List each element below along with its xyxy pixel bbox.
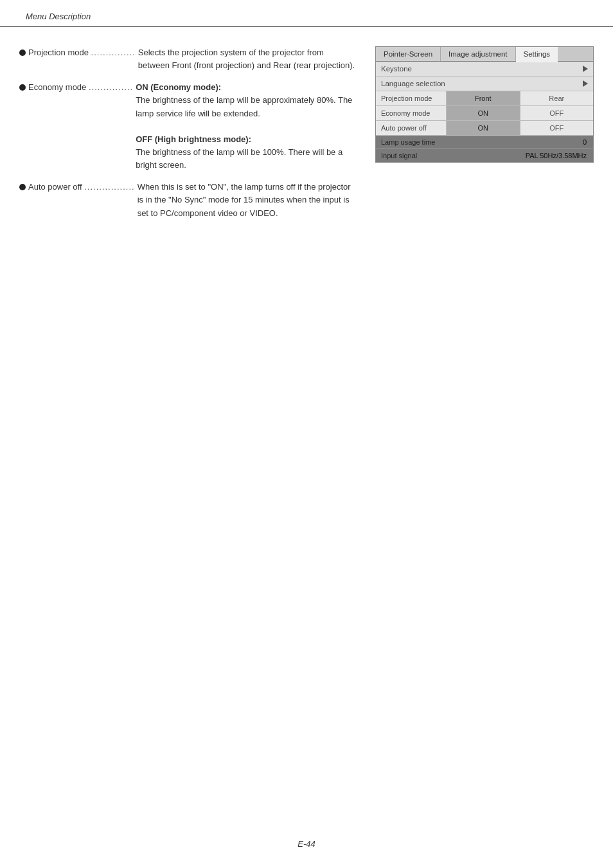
page-footer: E-44 bbox=[0, 839, 613, 849]
economy-options: ON OFF bbox=[447, 106, 593, 120]
off-brightness-label: OFF (High brightness mode): bbox=[136, 134, 251, 144]
main-content: Projection mode ............... Selects … bbox=[0, 40, 613, 235]
info-row-input-signal: Input signal PAL 50Hz/3.58MHz bbox=[376, 149, 593, 162]
page-header: Menu Description bbox=[0, 0, 613, 27]
keystone-label: Keystone bbox=[381, 65, 579, 73]
item-text-economy-mode: ON (Economy mode): The brightness of the… bbox=[136, 81, 356, 172]
setting-label-projection: Projection mode bbox=[376, 91, 447, 105]
bullet-col bbox=[19, 46, 28, 56]
setting-row-auto-power-off: Auto power off ON OFF bbox=[376, 121, 593, 136]
item-text-auto-power-off: When this is set to "ON", the lamp turns… bbox=[138, 181, 356, 219]
menu-row-keystone[interactable]: Keystone bbox=[376, 62, 593, 77]
item-label-economy-mode: Economy mode ............... bbox=[28, 81, 136, 94]
projection-options: Front Rear bbox=[447, 91, 593, 105]
tab-image-adjustment[interactable]: Image adjustment bbox=[441, 47, 515, 61]
page-number: E-44 bbox=[298, 839, 315, 849]
left-panel: Projection mode ............... Selects … bbox=[19, 46, 362, 229]
economy-on-option[interactable]: ON bbox=[447, 106, 520, 120]
language-arrow-icon bbox=[583, 80, 588, 87]
item-label-auto-power-off: Auto power off ................. bbox=[28, 181, 138, 194]
page-title: Menu Description bbox=[26, 12, 91, 21]
setting-row-projection-mode: Projection mode Front Rear bbox=[376, 91, 593, 106]
language-label: Language selection bbox=[381, 80, 579, 87]
right-panel: Pointer·Screen Image adjustment Settings… bbox=[375, 46, 594, 229]
lamp-usage-value: 0 bbox=[576, 136, 593, 149]
menu-row-language[interactable]: Language selection bbox=[376, 77, 593, 91]
info-row-lamp-usage: Lamp usage time 0 bbox=[376, 136, 593, 149]
auto-power-on-option[interactable]: ON bbox=[447, 121, 520, 135]
input-signal-label: Input signal bbox=[376, 149, 519, 162]
item-label-projection-mode: Projection mode ............... bbox=[28, 46, 138, 59]
input-signal-value: PAL 50Hz/3.58MHz bbox=[519, 149, 593, 162]
keystone-arrow-icon bbox=[583, 66, 588, 72]
item-economy-mode: Economy mode ............... ON (Economy… bbox=[19, 81, 356, 172]
bullet-col-3 bbox=[19, 181, 28, 190]
auto-power-off-option[interactable]: OFF bbox=[520, 121, 594, 135]
setting-row-economy-mode: Economy mode ON OFF bbox=[376, 106, 593, 121]
tabs-row: Pointer·Screen Image adjustment Settings bbox=[376, 47, 593, 62]
bullet-col-2 bbox=[19, 81, 28, 91]
projection-front-option[interactable]: Front bbox=[447, 91, 520, 105]
auto-power-options: ON OFF bbox=[447, 121, 593, 135]
setting-label-auto-power: Auto power off bbox=[376, 121, 447, 135]
item-text-projection-mode: Selects the projection system of the pro… bbox=[138, 46, 356, 72]
bullet-icon bbox=[19, 50, 26, 56]
on-economy-label: ON (Economy mode): bbox=[136, 82, 221, 92]
item-projection-mode: Projection mode ............... Selects … bbox=[19, 46, 356, 72]
settings-panel: Pointer·Screen Image adjustment Settings… bbox=[375, 46, 594, 163]
lamp-usage-label: Lamp usage time bbox=[376, 136, 576, 149]
item-auto-power-off: Auto power off ................. When th… bbox=[19, 181, 356, 219]
tab-pointer-screen[interactable]: Pointer·Screen bbox=[376, 47, 441, 61]
bullet-icon-3 bbox=[19, 184, 26, 190]
setting-label-economy: Economy mode bbox=[376, 106, 447, 120]
tab-settings[interactable]: Settings bbox=[516, 47, 558, 62]
projection-rear-option[interactable]: Rear bbox=[520, 91, 594, 105]
economy-off-option[interactable]: OFF bbox=[520, 106, 594, 120]
bullet-icon-2 bbox=[19, 84, 26, 91]
